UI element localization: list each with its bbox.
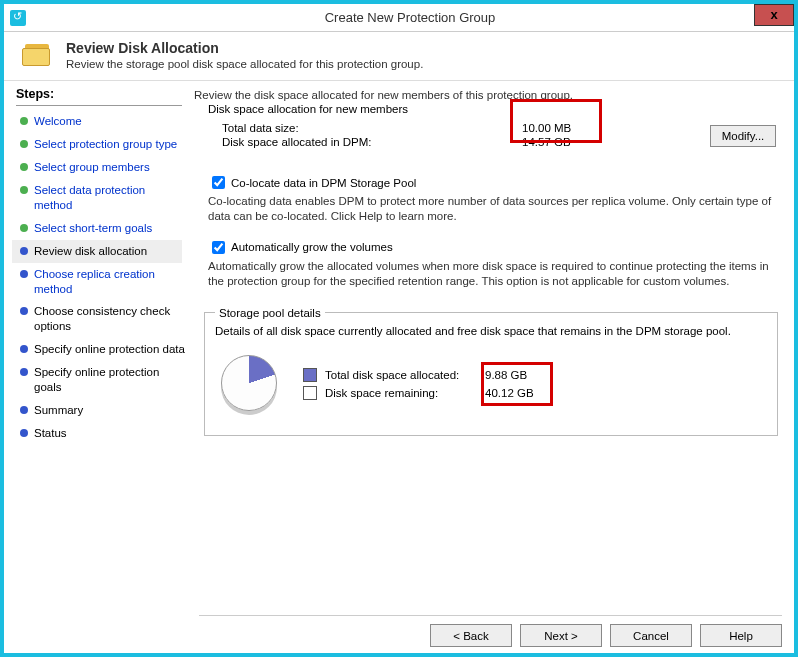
step-label: Choose consistency check options (34, 304, 186, 334)
steps-heading: Steps: (16, 87, 182, 106)
steps-sidebar: Steps: Welcome Select protection group t… (4, 81, 190, 617)
back-button[interactable]: < Back (430, 624, 512, 647)
step-online-protection-goals: Specify online protection goals (16, 361, 190, 399)
step-label: Review disk allocation (34, 244, 178, 259)
bullet-icon (20, 247, 28, 255)
step-label: Choose replica creation method (34, 267, 186, 297)
step-label: Select protection group type (34, 137, 186, 152)
legend-remaining-label: Disk space remaining: (325, 387, 485, 399)
step-replica-method[interactable]: Choose replica creation method (16, 263, 190, 301)
close-icon[interactable]: x (754, 4, 794, 26)
cancel-button[interactable]: Cancel (610, 624, 692, 647)
legend-remaining: Disk space remaining: 40.12 GB (303, 384, 545, 402)
allocated-label: Disk space allocated in DPM: (222, 136, 522, 148)
autogrow-label: Automatically grow the volumes (231, 241, 393, 253)
step-select-group-type[interactable]: Select protection group type (16, 133, 190, 156)
total-data-value: 10.00 MB (522, 122, 592, 134)
colocate-label: Co-locate data in DPM Storage Pool (231, 177, 416, 189)
legend-allocated-label: Total disk space allocated: (325, 369, 485, 381)
total-data-label: Total data size: (222, 122, 522, 134)
autogrow-checkbox[interactable] (212, 241, 225, 254)
colocate-checkbox[interactable] (212, 176, 225, 189)
bullet-icon (20, 270, 28, 278)
legend-allocated-value: 9.88 GB (485, 369, 545, 381)
help-button[interactable]: Help (700, 624, 782, 647)
step-label: Specify online protection goals (34, 365, 186, 395)
step-short-term-goals[interactable]: Select short-term goals (16, 217, 190, 240)
check-icon (20, 117, 28, 125)
row-allocated: Disk space allocated in DPM: 14.57 GB (222, 135, 782, 149)
page-subtitle: Review the storage pool disk space alloc… (66, 58, 782, 70)
check-icon (20, 224, 28, 232)
storage-pool-fieldset: Storage pool details Details of all disk… (204, 307, 778, 436)
check-icon (20, 140, 28, 148)
wizard-header: Review Disk Allocation Review the storag… (4, 32, 794, 81)
content-intro: Review the disk space allocated for new … (194, 89, 782, 101)
bullet-icon (20, 406, 28, 414)
storage-pool-desc: Details of all disk space currently allo… (215, 325, 767, 337)
check-icon (20, 186, 28, 194)
swatch-allocated-icon (303, 368, 317, 382)
legend-remaining-value: 40.12 GB (485, 387, 545, 399)
bullet-icon (20, 368, 28, 376)
page-title: Review Disk Allocation (66, 40, 782, 56)
step-protection-method[interactable]: Select data protection method (16, 179, 190, 217)
content-panel: Review the disk space allocated for new … (190, 81, 794, 617)
bullet-icon (20, 345, 28, 353)
step-consistency-check: Choose consistency check options (16, 300, 190, 338)
step-label: Status (34, 426, 186, 441)
step-label: Welcome (34, 114, 186, 129)
storage-pool-title: Storage pool details (215, 307, 325, 319)
step-status: Status (16, 422, 190, 445)
next-button[interactable]: Next > (520, 624, 602, 647)
row-total-data: Total data size: 10.00 MB (222, 121, 782, 135)
app-icon (10, 10, 26, 26)
titlebar[interactable]: Create New Protection Group x (4, 4, 794, 32)
autogrow-row: Automatically grow the volumes (208, 238, 782, 257)
allocation-group-label: Disk space allocation for new members (208, 103, 782, 115)
legend-allocated: Total disk space allocated: 9.88 GB (303, 366, 545, 384)
step-online-protection-data: Specify online protection data (16, 338, 190, 361)
check-icon (20, 163, 28, 171)
step-label: Select short-term goals (34, 221, 186, 236)
step-select-members[interactable]: Select group members (16, 156, 190, 179)
step-label: Summary (34, 403, 186, 418)
colocate-row: Co-locate data in DPM Storage Pool (208, 173, 782, 192)
swatch-remaining-icon (303, 386, 317, 400)
window-title: Create New Protection Group (26, 10, 794, 25)
step-label: Specify online protection data (34, 342, 186, 357)
step-review-disk[interactable]: Review disk allocation (12, 240, 182, 263)
step-summary: Summary (16, 399, 190, 422)
bullet-icon (20, 307, 28, 315)
modify-button[interactable]: Modify... (710, 125, 776, 147)
step-label: Select group members (34, 160, 186, 175)
wizard-buttons: < Back Next > Cancel Help (199, 615, 782, 647)
step-label: Select data protection method (34, 183, 186, 213)
bullet-icon (20, 429, 28, 437)
allocated-value: 14.57 GB (522, 136, 592, 148)
autogrow-desc: Automatically grow the allocated volumes… (208, 259, 782, 289)
pie-chart-icon (215, 349, 285, 419)
folder-icon (22, 40, 54, 68)
window-frame: Create New Protection Group x Review Dis… (0, 0, 798, 657)
step-welcome[interactable]: Welcome (16, 110, 190, 133)
colocate-desc: Co-locating data enables DPM to protect … (208, 194, 782, 224)
